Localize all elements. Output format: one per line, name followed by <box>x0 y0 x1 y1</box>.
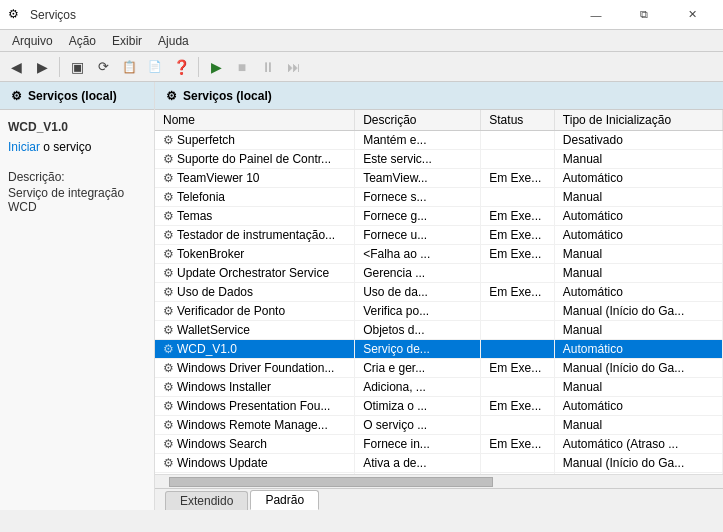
title-bar-left: ⚙ Serviços <box>8 7 76 23</box>
services-icon: ⚙ <box>8 88 24 104</box>
left-panel: ⚙ Serviços (local) WCD_V1.0 Iniciar o se… <box>0 82 155 510</box>
tab-extendido[interactable]: Extendido <box>165 491 248 510</box>
service-tipo-cell: Manual <box>554 150 722 169</box>
prop-button[interactable]: 📄 <box>143 55 167 79</box>
service-tipo-cell: Automático <box>554 169 722 188</box>
service-tipo-cell: Manual (Início do Ga... <box>554 359 722 378</box>
link-suffix: o serviço <box>40 140 91 154</box>
table-row[interactable]: ⚙WalletServiceObjetos d...Manual <box>155 321 723 340</box>
table-row[interactable]: ⚙TeamViewer 10TeamView...Em Exe...Automá… <box>155 169 723 188</box>
table-row[interactable]: ⚙Update Orchestrator ServiceGerencia ...… <box>155 264 723 283</box>
services-list: Nome Descrição Status Tipo de Inicializa… <box>155 110 723 474</box>
service-status-cell: Em Exe... <box>481 226 555 245</box>
left-panel-title: Serviços (local) <box>28 89 117 103</box>
service-gear-icon: ⚙ <box>163 399 174 413</box>
service-desc-cell: Adiciona, ... <box>355 378 481 397</box>
menu-exibir[interactable]: Exibir <box>104 32 150 50</box>
table-row[interactable]: ⚙Verificador de PontoVerifica po...Manua… <box>155 302 723 321</box>
table-row[interactable]: ⚙Windows UpdateAtiva a de...Manual (Iníc… <box>155 454 723 473</box>
tab-padrao[interactable]: Padrão <box>250 490 319 510</box>
service-status-cell <box>481 131 555 150</box>
table-row[interactable]: ⚙Windows Remote Manage...O serviço ...Ma… <box>155 416 723 435</box>
service-name-cell: ⚙Testador de instrumentação... <box>155 226 355 245</box>
forward-button[interactable]: ▶ <box>30 55 54 79</box>
right-panel: ⚙ Serviços (local) Nome Descrição Status… <box>155 82 723 510</box>
table-row[interactable]: ⚙Windows Driver Foundation...Cria e ger.… <box>155 359 723 378</box>
service-status-cell <box>481 264 555 283</box>
console-button[interactable]: ▣ <box>65 55 89 79</box>
service-status-cell <box>481 321 555 340</box>
table-row[interactable]: ⚙WCD_V1.0Serviço de...Automático <box>155 340 723 359</box>
toolbar-sep-1 <box>59 57 60 77</box>
service-gear-icon: ⚙ <box>163 342 174 356</box>
selected-service-name: WCD_V1.0 <box>8 120 146 134</box>
col-status[interactable]: Status <box>481 110 555 131</box>
service-tipo-cell: Manual <box>554 188 722 207</box>
table-row[interactable]: ⚙TelefoniaFornece s...Manual <box>155 188 723 207</box>
col-nome[interactable]: Nome <box>155 110 355 131</box>
menu-ajuda[interactable]: Ajuda <box>150 32 197 50</box>
service-gear-icon: ⚙ <box>163 418 174 432</box>
help-button[interactable]: ❓ <box>169 55 193 79</box>
right-panel-header: ⚙ Serviços (local) <box>155 82 723 110</box>
service-status-cell: Em Exe... <box>481 245 555 264</box>
minimize-button[interactable]: — <box>573 0 619 30</box>
table-row[interactable]: ⚙TemasFornece g...Em Exe...Automático <box>155 207 723 226</box>
service-tipo-cell: Automático <box>554 340 722 359</box>
table-row[interactable]: ⚙Windows Presentation Fou...Otimiza o ..… <box>155 397 723 416</box>
h-scroll-track <box>169 477 709 487</box>
col-desc[interactable]: Descrição <box>355 110 481 131</box>
service-desc-cell: Fornece s... <box>355 188 481 207</box>
service-status-cell: Em Exe... <box>481 397 555 416</box>
service-gear-icon: ⚙ <box>163 171 174 185</box>
pause-button[interactable]: ⏸ <box>256 55 280 79</box>
service-gear-icon: ⚙ <box>163 323 174 337</box>
service-desc-cell: Este servic... <box>355 150 481 169</box>
refresh-button[interactable]: ⟳ <box>91 55 115 79</box>
toolbar: ◀ ▶ ▣ ⟳ 📋 📄 ❓ ▶ ■ ⏸ ⏭ <box>0 52 723 82</box>
close-button[interactable]: ✕ <box>669 0 715 30</box>
toolbar-sep-2 <box>198 57 199 77</box>
service-desc-cell: Verifica po... <box>355 302 481 321</box>
service-name-cell: ⚙Superfetch <box>155 131 355 150</box>
service-name-cell: ⚙TeamViewer 10 <box>155 169 355 188</box>
right-panel-icon: ⚙ <box>163 88 179 104</box>
table-row[interactable]: ⚙SuperfetchMantém e...Desativado <box>155 131 723 150</box>
service-name-cell: ⚙Temas <box>155 207 355 226</box>
table-row[interactable]: ⚙Windows SearchFornece in...Em Exe...Aut… <box>155 435 723 454</box>
bottom-tabs: Extendido Padrão <box>155 488 723 510</box>
back-button[interactable]: ◀ <box>4 55 28 79</box>
service-status-cell <box>481 378 555 397</box>
restart-button[interactable]: ⏭ <box>282 55 306 79</box>
right-panel-title: Serviços (local) <box>183 89 272 103</box>
service-status-cell: Em Exe... <box>481 283 555 302</box>
table-row[interactable]: ⚙Suporte do Painel de Contr...Este servi… <box>155 150 723 169</box>
menu-acao[interactable]: Ação <box>61 32 104 50</box>
menu-arquivo[interactable]: Arquivo <box>4 32 61 50</box>
service-name-cell: ⚙Windows Update <box>155 454 355 473</box>
service-gear-icon: ⚙ <box>163 380 174 394</box>
table-row[interactable]: ⚙Testador de instrumentação...Fornece u.… <box>155 226 723 245</box>
table-row[interactable]: ⚙TokenBroker<Falha ao ...Em Exe...Manual <box>155 245 723 264</box>
service-desc-cell: Serviço de... <box>355 340 481 359</box>
table-row[interactable]: ⚙Windows InstallerAdiciona, ...Manual <box>155 378 723 397</box>
restore-button[interactable]: ⧉ <box>621 0 667 30</box>
service-tipo-cell: Desativado <box>554 131 722 150</box>
services-table[interactable]: Nome Descrição Status Tipo de Inicializa… <box>155 110 723 474</box>
service-status-cell: Em Exe... <box>481 169 555 188</box>
start-service-link[interactable]: Iniciar <box>8 140 40 154</box>
service-name-cell: ⚙Uso de Dados <box>155 283 355 302</box>
service-tipo-cell: Automático (Atraso ... <box>554 435 722 454</box>
service-desc-cell: Otimiza o ... <box>355 397 481 416</box>
h-scroll-thumb[interactable] <box>169 477 493 487</box>
col-tipo[interactable]: Tipo de Inicialização <box>554 110 722 131</box>
service-name-cell: ⚙Verificador de Ponto <box>155 302 355 321</box>
service-status-cell <box>481 454 555 473</box>
service-gear-icon: ⚙ <box>163 247 174 261</box>
service-tipo-cell: Manual <box>554 416 722 435</box>
play-button[interactable]: ▶ <box>204 55 228 79</box>
table-row[interactable]: ⚙Uso de DadosUso de da...Em Exe...Automá… <box>155 283 723 302</box>
stop-button[interactable]: ■ <box>230 55 254 79</box>
export-button[interactable]: 📋 <box>117 55 141 79</box>
horizontal-scrollbar[interactable] <box>155 474 723 488</box>
